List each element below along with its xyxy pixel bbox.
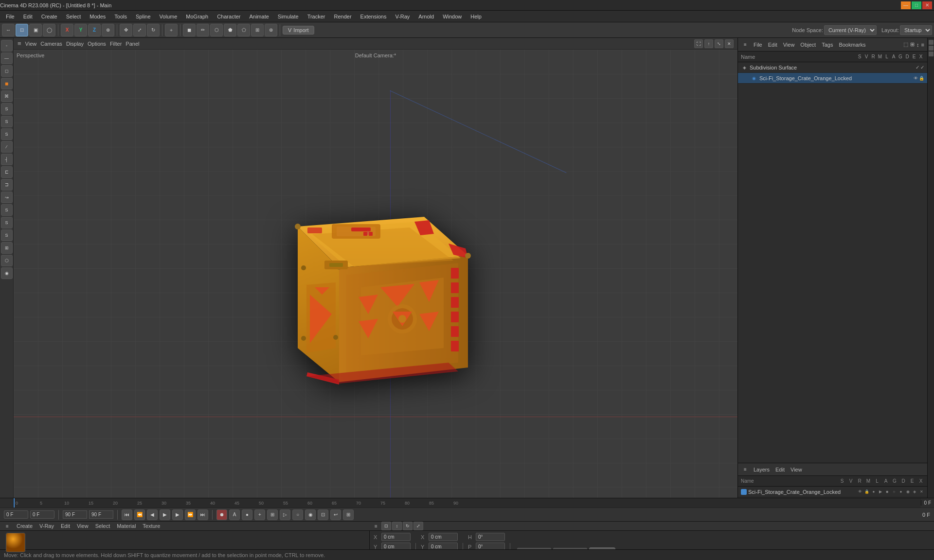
transport-mode6[interactable]: ◉: [305, 509, 316, 520]
menu-item-file[interactable]: File: [2, 13, 18, 20]
transport-mode4[interactable]: ▷: [280, 509, 290, 520]
transport-mode9[interactable]: ⊞: [343, 509, 354, 520]
mat-menu-icon[interactable]: ≡: [3, 522, 12, 530]
toolbar-z-axis[interactable]: Z: [88, 24, 101, 36]
transport-mode2[interactable]: +: [254, 509, 265, 520]
toolbar-all-axes[interactable]: ⊕: [102, 24, 114, 36]
toolbar-cube[interactable]: ◼: [183, 24, 196, 36]
end-frame-input[interactable]: [63, 510, 87, 519]
transport-auto[interactable]: A: [229, 509, 240, 520]
vp-menu-cameras[interactable]: Cameras: [40, 41, 62, 47]
layer-item-crate[interactable]: Sci-Fi_Storage_Crate_Orange_Locked 👁 🔒 ●…: [738, 487, 927, 497]
left-sculpt3-btn[interactable]: S: [1, 229, 13, 241]
mat-texture[interactable]: Texture: [141, 522, 162, 530]
strip-btn-2[interactable]: [929, 46, 934, 51]
coord-menu-icon[interactable]: ≡: [372, 522, 380, 530]
toolbar-translate[interactable]: ✥: [120, 24, 132, 36]
layers-menu-view[interactable]: View: [789, 466, 804, 473]
left-sculpt1-btn[interactable]: S: [1, 204, 13, 216]
toolbar-fields[interactable]: ⬠: [237, 24, 250, 36]
vp-menu-view[interactable]: View: [25, 41, 37, 47]
timeline-ruler[interactable]: 0 5 10 15 20 25 30 35 40 45 50 55 60 65 …: [14, 498, 921, 508]
transport-mode3[interactable]: ⊞: [267, 509, 278, 520]
vp-menu-panel[interactable]: Panel: [126, 41, 139, 47]
menu-item-edit[interactable]: Edit: [19, 13, 36, 20]
menu-item-tracker[interactable]: Tracker: [304, 13, 329, 20]
left-hex-btn[interactable]: ⬡: [1, 255, 13, 266]
toolbar-select[interactable]: ⊡: [16, 24, 28, 36]
coord-btn4[interactable]: ⤢: [413, 522, 423, 530]
maximize-button[interactable]: □: [912, 1, 921, 9]
toolbar-light[interactable]: ⊛: [265, 24, 277, 36]
menu-item-tools[interactable]: Tools: [110, 13, 131, 20]
node-space-select[interactable]: Current (V-Ray): [824, 25, 877, 35]
vp-menu-filter[interactable]: Filter: [110, 41, 122, 47]
coord-btn3[interactable]: ↻: [403, 522, 413, 530]
mat-vray[interactable]: V-Ray: [37, 522, 56, 530]
vp-btn-4[interactable]: ✕: [725, 39, 734, 48]
om-menu-icon[interactable]: ≡: [741, 40, 750, 49]
left-mirror-btn[interactable]: ⊐: [1, 179, 13, 191]
transport-next-key[interactable]: ⏩: [185, 509, 196, 520]
toolbar-spline-pen[interactable]: ✏: [197, 24, 209, 36]
layers-menu-icon[interactable]: ≡: [741, 465, 750, 474]
toolbar-y-axis[interactable]: Y: [74, 24, 87, 36]
om-menu-object[interactable]: Object: [798, 41, 818, 49]
frame-input2[interactable]: [30, 510, 54, 519]
toolbar-x-axis[interactable]: X: [61, 24, 73, 36]
transport-prev-frame[interactable]: ◀: [147, 509, 158, 520]
layout-select[interactable]: Startup: [900, 25, 932, 35]
left-sel4-btn[interactable]: S: [1, 128, 13, 140]
left-paint-btn[interactable]: ⊏: [1, 166, 13, 178]
transport-next-frame[interactable]: ▶: [172, 509, 183, 520]
toolbar-move-tool[interactable]: ↔: [2, 24, 15, 36]
menu-item-select[interactable]: Select: [62, 13, 85, 20]
menu-item-v-ray[interactable]: V-Ray: [391, 13, 413, 20]
minimize-button[interactable]: —: [901, 1, 911, 9]
om-icon4[interactable]: ≡: [921, 42, 924, 48]
left-sel3-btn[interactable]: S: [1, 116, 13, 127]
mat-select[interactable]: Select: [93, 522, 112, 530]
toolbar-circle-select[interactable]: ◯: [43, 24, 55, 36]
menu-item-modes[interactable]: Modes: [86, 13, 109, 20]
toolbar-extrude[interactable]: ⬡: [210, 24, 223, 36]
frame-input[interactable]: [4, 510, 28, 519]
transport-prev-key[interactable]: ⏪: [134, 509, 145, 520]
coord-h-input[interactable]: [476, 533, 505, 541]
om-menu-file[interactable]: File: [752, 41, 764, 49]
import-button[interactable]: V Import: [283, 26, 314, 35]
om-menu-bookmarks[interactable]: Bookmarks: [837, 41, 867, 49]
vp-menu-display[interactable]: Display: [66, 41, 84, 47]
menu-item-animate[interactable]: Animate: [245, 13, 272, 20]
coord-btn2[interactable]: ↕: [392, 522, 402, 530]
om-icon2[interactable]: ⊞: [910, 41, 915, 48]
toolbar-camera[interactable]: ⊞: [251, 24, 264, 36]
om-menu-view[interactable]: View: [781, 41, 797, 49]
obj-item-crate[interactable]: ◉ Sci-Fi_Storage_Crate_Orange_Locked 👁 🔒: [738, 73, 927, 84]
left-sculpt2-btn[interactable]: S: [1, 217, 13, 228]
vp-btn-2[interactable]: ↑: [704, 39, 713, 48]
menu-item-arnold[interactable]: Arnold: [414, 13, 438, 20]
transport-play[interactable]: ▶: [160, 509, 170, 520]
transport-mode8[interactable]: ↩: [330, 509, 341, 520]
material-thumbnail[interactable]: [6, 533, 25, 552]
toolbar-deformer[interactable]: ⬟: [224, 24, 236, 36]
toolbar-rect-select[interactable]: ▣: [29, 24, 42, 36]
left-circle-btn[interactable]: ◉: [1, 267, 13, 279]
om-menu-tags[interactable]: Tags: [820, 41, 835, 49]
left-points-btn[interactable]: ◦: [1, 40, 13, 52]
left-tweak-btn[interactable]: ⌘: [1, 90, 13, 102]
toolbar-scale[interactable]: ⤢: [133, 24, 146, 36]
strip-btn-1[interactable]: [929, 40, 934, 45]
viewport[interactable]: Perspective Default Camera:*: [14, 50, 737, 560]
menu-item-simulate[interactable]: Simulate: [274, 13, 303, 20]
transport-mode5[interactable]: ○: [292, 509, 303, 520]
menu-item-extensions[interactable]: Extensions: [357, 13, 391, 20]
mat-edit[interactable]: Edit: [59, 522, 72, 530]
menu-item-render[interactable]: Render: [330, 13, 356, 20]
strip-btn-3[interactable]: [929, 52, 934, 56]
left-brush-btn[interactable]: ↝: [1, 192, 13, 203]
left-knife-btn[interactable]: ∕: [1, 141, 13, 153]
vp-menu-options[interactable]: Options: [88, 41, 106, 47]
transport-to-start[interactable]: ⏮: [122, 509, 132, 520]
